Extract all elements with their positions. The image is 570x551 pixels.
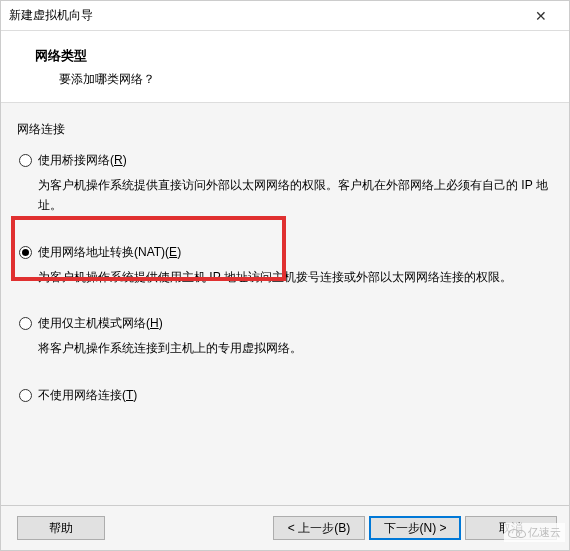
page-title: 网络类型 (35, 47, 569, 65)
dialog-title: 新建虚拟机向导 (9, 7, 521, 24)
option-hostonly-label: 使用仅主机模式网络(H) (38, 315, 163, 332)
page-subtitle: 要添加哪类网络？ (35, 71, 569, 88)
wizard-footer: 帮助 < 上一步(B) 下一步(N) > 取消 (1, 505, 569, 550)
watermark: 亿速云 (504, 523, 565, 542)
back-button[interactable]: < 上一步(B) (273, 516, 365, 540)
option-bridge[interactable]: 使用桥接网络(R) 为客户机操作系统提供直接访问外部以太网网络的权限。客户机在外… (15, 152, 555, 216)
radio-icon (19, 389, 32, 402)
option-nat-desc: 为客户机操作系统提供使用主机 IP 地址访问主机拨号连接或外部以太网网络连接的权… (19, 267, 555, 287)
next-button[interactable]: 下一步(N) > (369, 516, 461, 540)
wizard-dialog: 新建虚拟机向导 ✕ 网络类型 要添加哪类网络？ 网络连接 使用桥接网络(R) 为… (0, 0, 570, 551)
cloud-icon (508, 526, 526, 540)
close-button[interactable]: ✕ (521, 2, 561, 30)
titlebar: 新建虚拟机向导 ✕ (1, 1, 569, 31)
fieldset-legend: 网络连接 (15, 121, 555, 138)
content-area: 网络连接 使用桥接网络(R) 为客户机操作系统提供直接访问外部以太网网络的权限。… (1, 103, 569, 507)
radio-icon (19, 154, 32, 167)
option-bridge-label: 使用桥接网络(R) (38, 152, 127, 169)
option-nat-label: 使用网络地址转换(NAT)(E) (38, 244, 181, 261)
close-icon: ✕ (535, 8, 547, 24)
option-none[interactable]: 不使用网络连接(T) (15, 387, 555, 404)
radio-icon (19, 317, 32, 330)
wizard-header: 网络类型 要添加哪类网络？ (1, 31, 569, 103)
option-nat[interactable]: 使用网络地址转换(NAT)(E) 为客户机操作系统提供使用主机 IP 地址访问主… (15, 244, 555, 287)
help-button[interactable]: 帮助 (17, 516, 105, 540)
option-none-label: 不使用网络连接(T) (38, 387, 137, 404)
option-hostonly-desc: 将客户机操作系统连接到主机上的专用虚拟网络。 (19, 338, 555, 358)
watermark-text: 亿速云 (528, 525, 561, 540)
radio-icon (19, 246, 32, 259)
option-bridge-desc: 为客户机操作系统提供直接访问外部以太网网络的权限。客户机在外部网络上必须有自己的… (19, 175, 555, 216)
option-hostonly[interactable]: 使用仅主机模式网络(H) 将客户机操作系统连接到主机上的专用虚拟网络。 (15, 315, 555, 358)
